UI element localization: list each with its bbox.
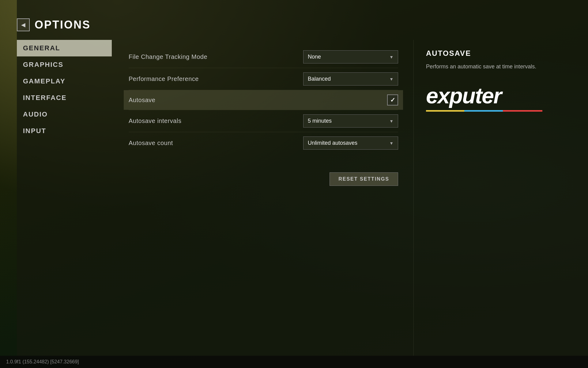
sidebar-item-gameplay[interactable]: GAMEPLAY <box>17 73 112 90</box>
sidebar-label-input: INPUT <box>23 127 46 135</box>
back-button[interactable]: ◀ <box>17 18 30 31</box>
sidebar-item-input[interactable]: INPUT <box>17 123 112 139</box>
autosave-count-value: Unlimited autosaves <box>308 140 357 146</box>
exputer-bar <box>426 110 542 112</box>
sidebar-item-graphics[interactable]: GRAPHICS <box>17 56 112 73</box>
file-change-label: File Change Tracking Mode <box>129 53 303 60</box>
autosave-intervals-dropdown[interactable]: 5 minutes ▼ <box>303 114 398 128</box>
file-change-value: None <box>308 54 321 60</box>
sidebar: GENERAL GRAPHICS GAMEPLAY INTERFACE AUDI… <box>17 40 112 356</box>
performance-dropdown[interactable]: Balanced ▼ <box>303 72 398 86</box>
exputer-logo: exputer <box>426 83 576 112</box>
setting-row-autosave-count: Autosave count Unlimited autosaves ▼ <box>129 132 398 154</box>
info-description: Performs an automatic save at time inter… <box>426 63 576 71</box>
info-panel: AUTOSAVE Performs an automatic save at t… <box>413 40 588 356</box>
sidebar-label-interface: INTERFACE <box>23 94 67 102</box>
header: ◀ OPTIONS <box>17 18 91 31</box>
autosave-checkbox[interactable]: ✓ <box>387 94 398 105</box>
setting-row-autosave: Autosave ✓ <box>124 90 403 110</box>
back-icon: ◀ <box>21 21 25 28</box>
file-change-control: None ▼ <box>303 50 398 63</box>
performance-label: Performance Preference <box>129 75 303 82</box>
setting-row-autosave-intervals: Autosave intervals 5 minutes ▼ <box>129 110 398 132</box>
sidebar-label-audio: AUDIO <box>23 110 48 118</box>
reset-settings-button[interactable]: RESET SETTINGS <box>330 172 398 186</box>
file-change-arrow: ▼ <box>389 55 394 59</box>
info-title: AUTOSAVE <box>426 49 576 58</box>
setting-row-performance: Performance Preference Balanced ▼ <box>129 68 398 90</box>
sidebar-label-graphics: GRAPHICS <box>23 61 63 69</box>
file-change-dropdown[interactable]: None ▼ <box>303 50 398 63</box>
autosave-label: Autosave <box>129 97 387 104</box>
sidebar-item-general[interactable]: GENERAL <box>17 40 112 56</box>
sidebar-item-interface[interactable]: INTERFACE <box>17 90 112 106</box>
performance-value: Balanced <box>308 76 331 82</box>
sidebar-label-gameplay: GAMEPLAY <box>23 77 66 85</box>
bottom-bar: 1.0.9f1 (155.24482) [5247.32669] <box>0 356 588 368</box>
page-title: OPTIONS <box>35 18 91 31</box>
autosave-intervals-label: Autosave intervals <box>129 117 303 125</box>
performance-control: Balanced ▼ <box>303 72 398 86</box>
checkmark-icon: ✓ <box>390 96 395 104</box>
content-area: File Change Tracking Mode None ▼ Perform… <box>119 40 407 356</box>
autosave-count-dropdown[interactable]: Unlimited autosaves ▼ <box>303 136 398 150</box>
sidebar-label-general: GENERAL <box>23 44 60 52</box>
autosave-intervals-value: 5 minutes <box>308 118 332 124</box>
autosave-count-arrow: ▼ <box>389 141 394 146</box>
autosave-count-label: Autosave count <box>129 140 303 147</box>
autosave-count-control: Unlimited autosaves ▼ <box>303 136 398 150</box>
setting-row-file-change: File Change Tracking Mode None ▼ <box>129 46 398 68</box>
version-text: 1.0.9f1 (155.24482) [5247.32669] <box>6 359 79 365</box>
performance-arrow: ▼ <box>389 77 394 82</box>
exputer-text: exputer <box>426 83 576 108</box>
sidebar-item-audio[interactable]: AUDIO <box>17 106 112 123</box>
autosave-intervals-control: 5 minutes ▼ <box>303 114 398 128</box>
autosave-intervals-arrow: ▼ <box>389 119 394 124</box>
